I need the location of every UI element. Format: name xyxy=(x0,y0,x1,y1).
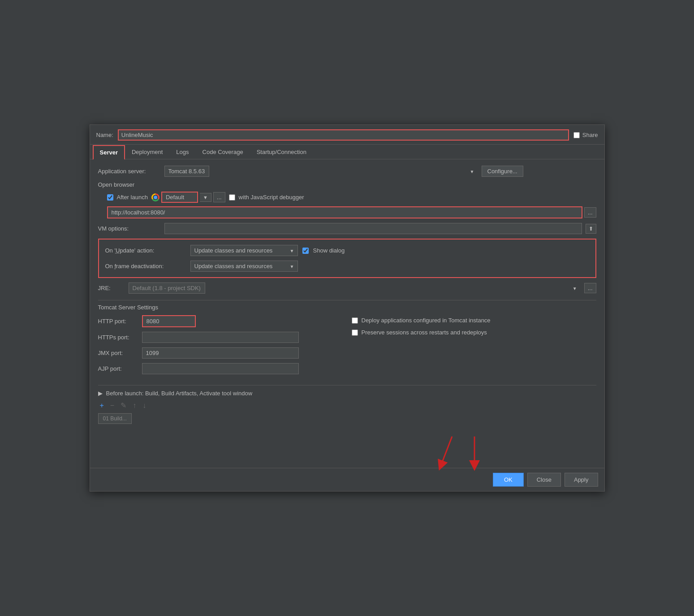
edit-task-button[interactable]: ✎ xyxy=(119,400,128,411)
move-down-button[interactable]: ↓ xyxy=(141,400,148,411)
tab-logs[interactable]: Logs xyxy=(169,145,195,160)
before-launch-toolbar: + − ✎ ↑ ↓ xyxy=(98,400,596,411)
ok-button[interactable]: OK xyxy=(493,473,524,487)
js-debugger-checkbox[interactable] xyxy=(229,194,235,201)
share-checkbox[interactable] xyxy=(573,132,580,138)
bottom-bar: OK Close Apply xyxy=(90,468,604,491)
jre-ellipsis-button[interactable]: ... xyxy=(584,283,596,293)
jmx-port-label: JMX port: xyxy=(98,350,138,356)
preserve-sessions-checkbox[interactable] xyxy=(352,329,358,336)
title-bar: Name: Share xyxy=(90,125,604,145)
chrome-icon xyxy=(151,193,159,201)
browser-ellipsis-button[interactable]: ... xyxy=(213,192,225,202)
on-frame-row: On frame deactivation: Update classes an… xyxy=(105,261,589,272)
tabs-bar: Server Deployment Logs Code Coverage Sta… xyxy=(90,145,604,159)
main-content: Application server: Tomcat 8.5.63 Config… xyxy=(90,159,604,468)
before-launch-section: ▶ Before launch: Build, Build Artifacts,… xyxy=(98,385,596,424)
jre-select[interactable]: Default (1.8 - project SDK) xyxy=(129,282,205,294)
jre-label: JRE: xyxy=(98,285,125,291)
app-server-label: Application server: xyxy=(98,168,161,175)
apply-button[interactable]: Apply xyxy=(565,473,598,487)
before-launch-title-row: ▶ Before launch: Build, Build Artifacts,… xyxy=(98,390,596,397)
update-actions-box: On 'Update' action: Update classes and r… xyxy=(98,239,596,278)
show-dialog-label: Show dialog xyxy=(313,247,345,254)
after-launch-row: After launch Default ▼ ... with JavaScri… xyxy=(98,192,596,203)
deploy-apps-checkbox[interactable] xyxy=(352,317,358,324)
vm-options-label: VM options: xyxy=(98,225,161,232)
share-label: Share xyxy=(582,132,598,138)
http-port-label: HTTP port: xyxy=(98,318,138,325)
on-update-row: On 'Update' action: Update classes and r… xyxy=(105,245,589,256)
https-port-row: HTTPs port: xyxy=(98,332,343,343)
preserve-sessions-row: Preserve sessions across restarts and re… xyxy=(352,329,596,336)
vm-options-row: VM options: ⬆ xyxy=(98,223,596,234)
configure-button[interactable]: Configure... xyxy=(482,166,523,177)
ajp-port-row: AJP port: xyxy=(98,363,343,374)
on-frame-select[interactable]: Update classes and resources Restart ser… xyxy=(190,261,298,272)
divider-1 xyxy=(98,300,596,300)
close-button[interactable]: Close xyxy=(527,473,561,487)
browser-select-container: Default ▼ ... xyxy=(151,192,225,203)
tab-deployment[interactable]: Deployment xyxy=(125,145,169,160)
remove-task-button[interactable]: − xyxy=(108,400,116,411)
tab-startup-connection[interactable]: Startup/Connection xyxy=(250,145,313,160)
after-launch-checkbox[interactable] xyxy=(107,194,113,201)
name-input[interactable] xyxy=(118,129,569,141)
tomcat-right: Deploy applications configured in Tomcat… xyxy=(352,315,596,379)
jmx-port-row: JMX port: xyxy=(98,347,343,359)
https-port-input[interactable] xyxy=(142,332,299,343)
preserve-sessions-label: Preserve sessions across restarts and re… xyxy=(362,329,487,336)
url-ellipsis-button[interactable]: ... xyxy=(584,207,596,218)
tab-server[interactable]: Server xyxy=(93,145,125,160)
jmx-port-input[interactable] xyxy=(142,347,299,359)
browser-select[interactable]: Default xyxy=(161,192,198,203)
deploy-apps-label: Deploy applications configured in Tomcat… xyxy=(362,317,491,324)
name-label: Name: xyxy=(96,132,113,138)
on-update-label: On 'Update' action: xyxy=(105,247,186,254)
https-port-label: HTTPs port: xyxy=(98,334,138,341)
tomcat-settings-title: Tomcat Server Settings xyxy=(98,304,596,311)
before-launch-toggle[interactable]: ▶ xyxy=(98,390,103,397)
http-port-row: HTTP port: xyxy=(98,315,343,327)
ajp-port-input[interactable] xyxy=(142,363,299,374)
before-launch-label: Before launch: Build, Build Artifacts, A… xyxy=(106,390,253,397)
before-launch-list-item[interactable]: 01 Build... xyxy=(98,413,132,424)
run-debug-config-dialog: Name: Share Server Deployment Logs Code … xyxy=(90,124,605,492)
show-dialog-checkbox[interactable] xyxy=(302,248,309,254)
move-up-button[interactable]: ↑ xyxy=(131,400,138,411)
bottom-area: OK Close Apply xyxy=(90,468,604,491)
url-input[interactable] xyxy=(107,206,582,218)
tab-code-coverage[interactable]: Code Coverage xyxy=(196,145,250,160)
tomcat-settings-grid: HTTP port: HTTPs port: JMX port: AJP por… xyxy=(98,315,596,379)
http-port-input[interactable] xyxy=(142,315,196,327)
app-server-row: Application server: Tomcat 8.5.63 Config… xyxy=(98,166,596,177)
ajp-port-label: AJP port: xyxy=(98,365,138,372)
url-row: ... xyxy=(98,206,596,218)
vm-options-input[interactable] xyxy=(164,223,582,234)
browser-dropdown-arrow[interactable]: ▼ xyxy=(200,193,211,202)
share-area: Share xyxy=(573,132,598,138)
on-frame-label: On frame deactivation: xyxy=(105,263,186,270)
on-update-select[interactable]: Update classes and resources Restart ser… xyxy=(190,245,298,256)
jre-row: JRE: Default (1.8 - project SDK) ... xyxy=(98,282,596,294)
vm-expand-button[interactable]: ⬆ xyxy=(586,224,596,234)
js-debugger-label: with JavaScript debugger xyxy=(239,194,304,201)
add-task-button[interactable]: + xyxy=(98,400,106,411)
deploy-apps-row: Deploy applications configured in Tomcat… xyxy=(352,317,596,324)
open-browser-section-label: Open browser xyxy=(98,181,596,188)
app-server-select[interactable]: Tomcat 8.5.63 xyxy=(164,166,209,177)
after-launch-label: After launch xyxy=(117,194,148,201)
tomcat-left: HTTP port: HTTPs port: JMX port: AJP por… xyxy=(98,315,343,379)
